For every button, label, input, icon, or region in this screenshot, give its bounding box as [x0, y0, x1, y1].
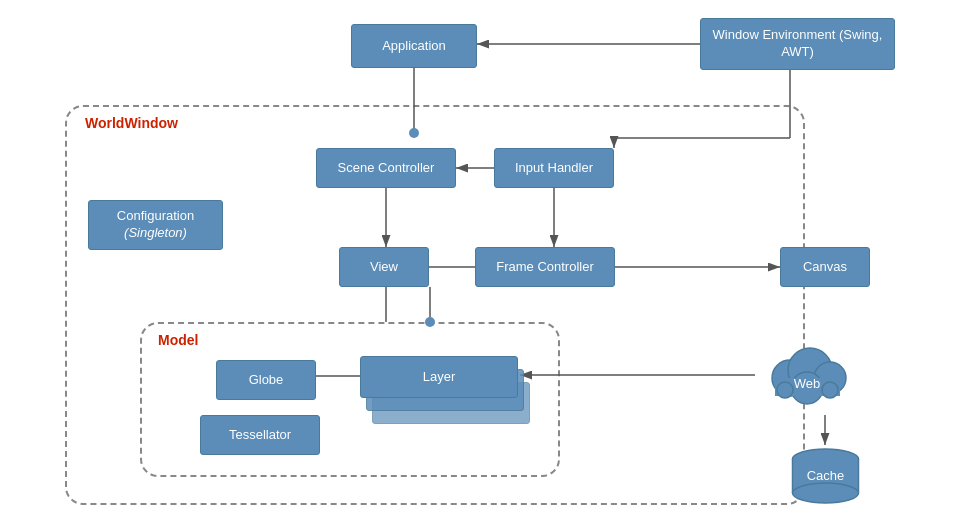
svg-point-29 — [793, 483, 859, 503]
dot-view-bottom — [425, 317, 435, 327]
model-label: Model — [158, 332, 198, 348]
configuration-box: Configuration(Singleton) — [88, 200, 223, 250]
layer-box: Layer — [360, 356, 518, 398]
svg-point-23 — [822, 382, 838, 398]
tessellator-box: Tessellator — [200, 415, 320, 455]
application-box: Application — [351, 24, 477, 68]
svg-point-22 — [777, 382, 793, 398]
dot-application-bottom — [409, 128, 419, 138]
canvas-box: Canvas — [780, 247, 870, 287]
web-cloud: Web — [755, 340, 860, 410]
scene-controller-box: Scene Controller — [316, 148, 456, 188]
cache-cylinder: Cache — [788, 447, 863, 505]
input-handler-box: Input Handler — [494, 148, 614, 188]
svg-text:Cache: Cache — [807, 468, 845, 483]
view-box: View — [339, 247, 429, 287]
frame-controller-box: Frame Controller — [475, 247, 615, 287]
diagram-container: WorldWindow Model — [0, 0, 976, 522]
window-environment-box: Window Environment (Swing, AWT) — [700, 18, 895, 70]
globe-box: Globe — [216, 360, 316, 400]
worldwindow-label: WorldWindow — [85, 115, 178, 131]
svg-text:Web: Web — [794, 376, 821, 391]
